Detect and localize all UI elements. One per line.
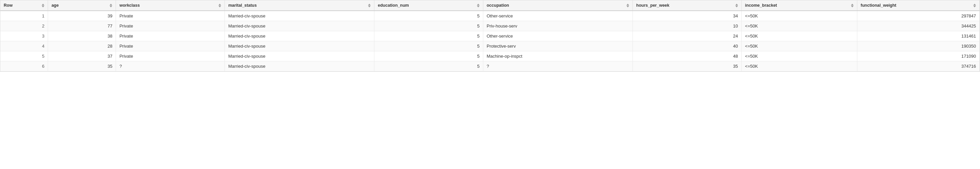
cell-hours_per_week: 48	[633, 51, 742, 62]
cell-marital_status: Married-civ-spouse	[225, 21, 374, 31]
sort-icon-functional_weight	[973, 4, 976, 7]
column-label-marital_status: marital_status	[228, 3, 257, 8]
resize-handle-occupation[interactable]	[631, 0, 633, 10]
cell-row: 1	[0, 11, 48, 21]
cell-functional_weight: 171090	[857, 51, 979, 62]
cell-marital_status: Married-civ-spouse	[225, 51, 374, 62]
cell-hours_per_week: 10	[633, 21, 742, 31]
cell-income_bracket: <=50K	[741, 51, 857, 62]
cell-row: 4	[0, 41, 48, 51]
column-header-marital_status[interactable]: marital_status	[225, 0, 374, 11]
column-header-income_bracket[interactable]: income_bracket	[741, 0, 857, 11]
table-row: 635?Married-civ-spouse5?35<=50K374716	[0, 62, 980, 71]
cell-workclass: Private	[116, 51, 225, 62]
cell-hours_per_week: 35	[633, 62, 742, 71]
cell-education_num: 5	[374, 62, 483, 71]
cell-age: 35	[48, 62, 116, 71]
cell-functional_weight: 344425	[857, 21, 979, 31]
sort-icon-row	[42, 4, 45, 7]
cell-workclass: Private	[116, 41, 225, 51]
sort-icon-workclass	[218, 4, 221, 7]
cell-age: 28	[48, 41, 116, 51]
column-label-occupation: occupation	[487, 3, 509, 8]
cell-age: 37	[48, 51, 116, 62]
cell-age: 38	[48, 31, 116, 41]
resize-handle-functional_weight[interactable]	[978, 0, 979, 10]
cell-hours_per_week: 40	[633, 41, 742, 51]
column-label-workclass: workclass	[119, 3, 140, 8]
cell-education_num: 5	[374, 11, 483, 21]
column-header-hours_per_week[interactable]: hours_per_week	[633, 0, 742, 11]
resize-handle-marital_status[interactable]	[373, 0, 374, 10]
cell-age: 77	[48, 21, 116, 31]
column-header-workclass[interactable]: workclass	[116, 0, 225, 11]
cell-occupation: Other-service	[483, 11, 633, 21]
cell-functional_weight: 297847	[857, 11, 979, 21]
table-row: 139PrivateMarried-civ-spouse5Other-servi…	[0, 11, 980, 21]
table-row: 338PrivateMarried-civ-spouse5Other-servi…	[0, 31, 980, 41]
cell-row: 2	[0, 21, 48, 31]
cell-occupation: Priv-house-serv	[483, 21, 633, 31]
cell-income_bracket: <=50K	[741, 31, 857, 41]
cell-income_bracket: <=50K	[741, 41, 857, 51]
cell-education_num: 5	[374, 21, 483, 31]
cell-functional_weight: 131461	[857, 31, 979, 41]
cell-functional_weight: 190350	[857, 41, 979, 51]
sort-icon-education_num	[477, 4, 480, 7]
cell-marital_status: Married-civ-spouse	[225, 11, 374, 21]
cell-age: 39	[48, 11, 116, 21]
sort-icon-hours_per_week	[735, 4, 738, 7]
cell-income_bracket: <=50K	[741, 11, 857, 21]
column-header-education_num[interactable]: education_num	[374, 0, 483, 11]
resize-handle-hours_per_week[interactable]	[740, 0, 741, 10]
cell-occupation: ?	[483, 62, 633, 71]
column-label-functional_weight: functional_weight	[861, 3, 896, 8]
table-row: 277PrivateMarried-civ-spouse5Priv-house-…	[0, 21, 980, 31]
cell-functional_weight: 374716	[857, 62, 979, 71]
resize-handle-income_bracket[interactable]	[856, 0, 857, 10]
column-label-row: Row	[4, 3, 13, 8]
column-header-row[interactable]: Row	[0, 0, 48, 11]
cell-row: 3	[0, 31, 48, 41]
resize-handle-row[interactable]	[46, 0, 48, 10]
cell-marital_status: Married-civ-spouse	[225, 41, 374, 51]
column-label-income_bracket: income_bracket	[745, 3, 777, 8]
cell-education_num: 5	[374, 51, 483, 62]
column-label-hours_per_week: hours_per_week	[636, 3, 670, 8]
sort-icon-age	[110, 4, 112, 7]
table-row: 537PrivateMarried-civ-spouse5Machine-op-…	[0, 51, 980, 62]
cell-income_bracket: <=50K	[741, 62, 857, 71]
column-label-age: age	[51, 3, 59, 8]
cell-workclass: Private	[116, 11, 225, 21]
data-table: Row age workclass marital_status	[0, 0, 980, 72]
sort-icon-income_bracket	[851, 4, 854, 7]
column-header-functional_weight[interactable]: functional_weight	[857, 0, 979, 11]
cell-education_num: 5	[374, 41, 483, 51]
cell-hours_per_week: 24	[633, 31, 742, 41]
cell-row: 5	[0, 51, 48, 62]
resize-handle-workclass[interactable]	[223, 0, 224, 10]
sort-icon-occupation	[627, 4, 629, 7]
column-header-occupation[interactable]: occupation	[483, 0, 633, 11]
table-row: 428PrivateMarried-civ-spouse5Protective-…	[0, 41, 980, 51]
cell-marital_status: Married-civ-spouse	[225, 62, 374, 71]
cell-workclass: ?	[116, 62, 225, 71]
resize-handle-age[interactable]	[114, 0, 116, 10]
column-header-age[interactable]: age	[48, 0, 116, 11]
resize-handle-education_num[interactable]	[482, 0, 483, 10]
cell-income_bracket: <=50K	[741, 21, 857, 31]
cell-occupation: Protective-serv	[483, 41, 633, 51]
sort-icon-marital_status	[368, 4, 371, 7]
cell-hours_per_week: 34	[633, 11, 742, 21]
column-label-education_num: education_num	[378, 3, 409, 8]
cell-education_num: 5	[374, 31, 483, 41]
cell-occupation: Other-service	[483, 31, 633, 41]
cell-workclass: Private	[116, 31, 225, 41]
cell-workclass: Private	[116, 21, 225, 31]
cell-marital_status: Married-civ-spouse	[225, 31, 374, 41]
cell-occupation: Machine-op-inspct	[483, 51, 633, 62]
cell-row: 6	[0, 62, 48, 71]
